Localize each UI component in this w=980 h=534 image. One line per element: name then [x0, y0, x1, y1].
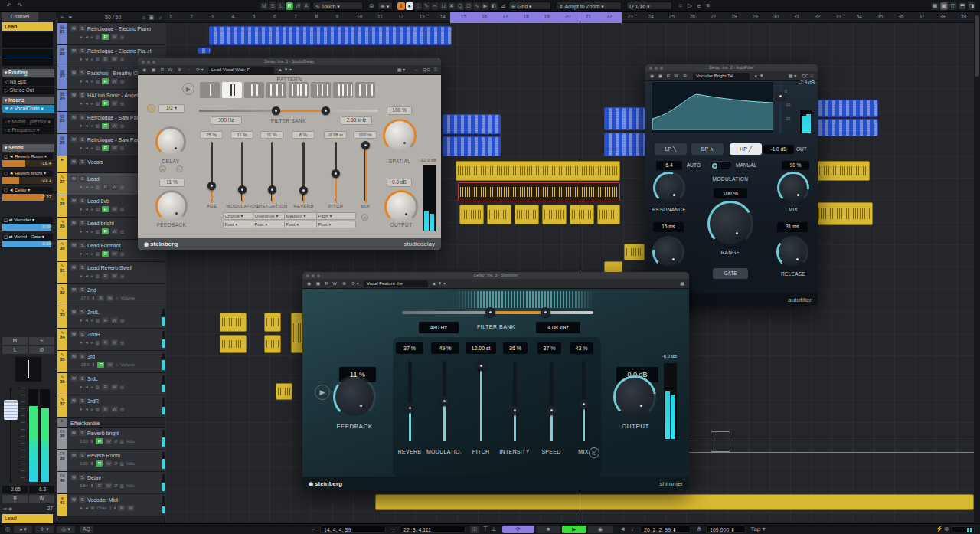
- read-automation-button[interactable]: R: [102, 228, 109, 234]
- read-automation-button[interactable]: R: [102, 273, 109, 279]
- audio-region[interactable]: [814, 202, 873, 225]
- mute-button[interactable]: M: [70, 398, 77, 404]
- cue-level-bar[interactable]: 0.00: [2, 224, 53, 231]
- edit-channel-icon[interactable]: e: [91, 385, 93, 389]
- value-stepper-icon[interactable]: ⬍: [90, 483, 94, 488]
- record-enable-icon[interactable]: ●: [80, 318, 82, 323]
- speaker-icon[interactable]: ◄: [619, 525, 626, 533]
- automation-parameter[interactable]: Volu: [126, 461, 135, 466]
- audio-region[interactable]: [624, 244, 645, 260]
- track-row-38[interactable]: FX38MSReverb bright0.00⬍RWØ▥Volu: [57, 428, 165, 450]
- solo-button[interactable]: S: [79, 353, 86, 359]
- switch-ab-icon[interactable]: ⊕: [681, 73, 688, 80]
- insert-state-icon[interactable]: ▥: [96, 340, 100, 345]
- write-automation-button[interactable]: W: [106, 295, 113, 301]
- mute-button[interactable]: M: [70, 353, 77, 359]
- write-automation-button[interactable]: W: [111, 78, 118, 84]
- automation-value[interactable]: 0.00: [80, 461, 88, 466]
- insert-slot-dimmed-1[interactable]: ▫ e MultiB...pressor ▾: [2, 118, 54, 126]
- solo-button[interactable]: S: [79, 287, 86, 293]
- tempo-value[interactable]: 109.000 ⬍: [706, 526, 746, 533]
- mute-button[interactable]: M: [70, 92, 77, 98]
- write-automation-button[interactable]: W: [111, 339, 118, 346]
- edit-channel-icon[interactable]: e: [91, 340, 93, 345]
- edit-channel-icon[interactable]: e: [91, 79, 93, 84]
- mute-button[interactable]: M: [70, 25, 77, 31]
- vertical-scrollbar[interactable]: [974, 12, 980, 523]
- write-automation-button[interactable]: W: [127, 505, 134, 511]
- write-automation-button[interactable]: W: [111, 56, 118, 62]
- edit-channel-icon[interactable]: e: [91, 57, 93, 61]
- audio-region[interactable]: [220, 335, 247, 353]
- track-color-strip[interactable]: ∿33: [57, 306, 67, 328]
- cue-send-slot-0[interactable]: ◻ ⇄ Vocoder ▾0.00: [2, 217, 53, 231]
- sidechain-icon[interactable]: ↔: [412, 67, 420, 74]
- write-automation-button[interactable]: W: [105, 438, 112, 444]
- slider-handle-age[interactable]: [207, 182, 216, 190]
- mute-button[interactable]: M: [70, 175, 77, 182]
- pattern-cell-1[interactable]: [200, 82, 220, 98]
- freeze-icon[interactable]: ▤: [120, 407, 124, 411]
- midi-region[interactable]: [198, 48, 211, 54]
- audio-region[interactable]: [597, 205, 620, 224]
- filter-type-button-hp[interactable]: HP ╱: [730, 143, 762, 155]
- track-color-strip[interactable]: ∿30: [57, 240, 67, 261]
- filter-curve-display[interactable]: [652, 81, 774, 133]
- record-mode-select[interactable]: ● ▾: [14, 526, 32, 533]
- filter-low-value[interactable]: 480 Hz: [419, 322, 459, 333]
- slider-value-speed[interactable]: 37 %: [537, 342, 561, 354]
- activate-icon[interactable]: ◉: [648, 73, 655, 80]
- tool-button-8[interactable]: ∿: [473, 2, 481, 10]
- midi-channel[interactable]: Chan. 1: [96, 506, 111, 510]
- grid-type-select[interactable]: ⇕ Adapt to Zoom ▾: [556, 2, 622, 10]
- channel-solo-button[interactable]: S: [29, 337, 54, 345]
- record-enable-icon[interactable]: ●: [80, 407, 82, 411]
- channel-read-button[interactable]: R: [2, 495, 28, 503]
- routing-icon[interactable]: ▦: [678, 280, 686, 287]
- tool-button-1[interactable]: ⌶: [414, 2, 422, 10]
- insert-state-icon[interactable]: ▥: [96, 385, 100, 389]
- send-level-bar[interactable]: -33.1: [2, 177, 53, 184]
- record-enable-icon[interactable]: ●: [80, 79, 82, 84]
- aq-button[interactable]: AQ: [80, 526, 93, 533]
- preset-history-icon[interactable]: ⟳ ▾: [350, 280, 361, 287]
- cue-level-bar[interactable]: 0.00: [2, 241, 53, 247]
- write-automation-button[interactable]: W: [105, 483, 112, 489]
- cycle-region[interactable]: [450, 12, 622, 23]
- record-enable-icon[interactable]: ●: [80, 385, 82, 389]
- mute-button[interactable]: M: [70, 70, 77, 76]
- snap-type-select[interactable]: ⊞ Grid ▾: [508, 2, 551, 10]
- activate-icon[interactable]: ◉: [305, 280, 312, 287]
- midi-region[interactable]: [814, 100, 878, 117]
- write-automation-button[interactable]: W: [111, 34, 118, 40]
- tool-button-5[interactable]: ✖: [448, 2, 456, 10]
- monitor-icon[interactable]: ◄: [84, 79, 88, 84]
- automation-button-s[interactable]: S: [269, 2, 276, 10]
- auto-functions-select[interactable]: ⊕ ▾: [377, 2, 393, 10]
- filter-low-value[interactable]: 390 Hz: [211, 116, 242, 125]
- perf-icon-2[interactable]: ⊛: [943, 525, 949, 533]
- read-automation-button[interactable]: R: [102, 339, 109, 346]
- read-automation-button[interactable]: R: [102, 251, 109, 257]
- fader-value[interactable]: -2.65: [2, 486, 28, 493]
- audio-region[interactable]: [276, 383, 292, 400]
- fader-handle[interactable]: [4, 400, 18, 420]
- track-row-31[interactable]: ∿31MSLead Reverb Swell●◄e▥RW▤: [57, 262, 165, 284]
- monitor-icon[interactable]: ◄: [84, 57, 88, 61]
- solo-button[interactable]: S: [79, 264, 86, 270]
- pan-control[interactable]: [15, 357, 41, 382]
- preset-field[interactable]: Vocoder Bright Tal: [693, 73, 750, 80]
- send-level-bar[interactable]: -2.37: [2, 194, 53, 201]
- track-row-32[interactable]: ∿32MS2nd-17.0⬍RW○Volume: [57, 284, 165, 306]
- filterbank-high-handle[interactable]: [541, 307, 550, 317]
- track-color-strip[interactable]: ▤23: [57, 67, 67, 89]
- track-color-strip[interactable]: ▤24: [57, 90, 67, 111]
- solo-button[interactable]: S: [79, 496, 86, 503]
- feedback-knob[interactable]: [333, 375, 376, 418]
- channel-write-button[interactable]: W: [29, 495, 54, 503]
- find-track-icon[interactable]: ⌕: [159, 15, 162, 21]
- record-enable-icon[interactable]: ●: [80, 340, 82, 345]
- bypass-icon[interactable]: ▣: [657, 73, 664, 80]
- insert-state-icon[interactable]: ▥: [96, 229, 100, 234]
- slider-value-modulation[interactable]: 11 %: [230, 131, 253, 139]
